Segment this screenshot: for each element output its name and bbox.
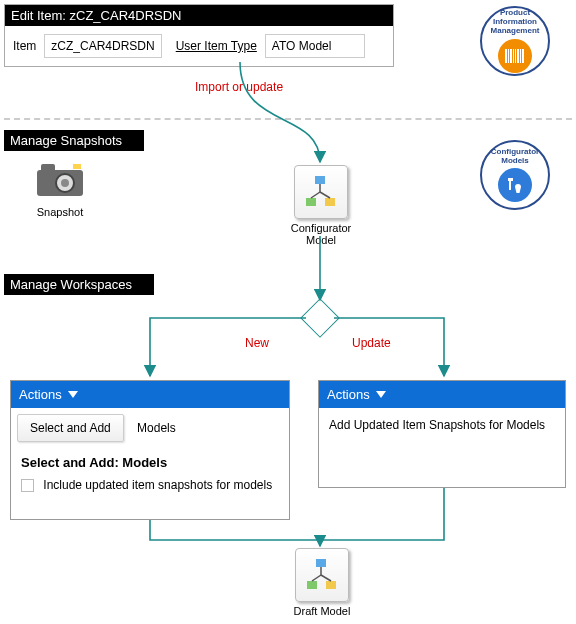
checkbox-label: Include updated item snapshots for model… [43, 478, 272, 492]
svg-rect-15 [325, 198, 335, 206]
pim-circle: Product Information Management [480, 6, 550, 76]
manage-snapshots-heading: Manage Snapshots [4, 130, 144, 151]
update-panel: Actions Add Updated Item Snapshots for M… [318, 380, 566, 488]
item-label: Item [13, 39, 36, 53]
actions-label: Actions [19, 387, 62, 402]
pim-badge: Product Information Management [480, 6, 550, 76]
flow-arrows [0, 0, 576, 624]
snapshot-caption: Snapshot [30, 206, 90, 218]
svg-line-24 [321, 575, 331, 581]
svg-rect-13 [315, 176, 325, 184]
draft-model-tile [295, 548, 349, 602]
svg-line-18 [320, 192, 330, 198]
new-label: New [245, 336, 269, 350]
edit-item-title: Edit Item: zCZ_CAR4DRSDN [5, 5, 393, 26]
edit-item-panel: Edit Item: zCZ_CAR4DRSDN Item zCZ_CAR4DR… [4, 4, 394, 67]
update-panel-body: Add Updated Item Snapshots for Models [319, 408, 565, 442]
camera-icon [33, 160, 87, 200]
update-panel-header[interactable]: Actions [319, 381, 565, 408]
update-label: Update [352, 336, 391, 350]
user-item-type-label: User Item Type [176, 39, 257, 53]
snapshot-icon-box: Snapshot [30, 160, 90, 218]
user-item-type-field[interactable]: ATO Model [265, 34, 365, 58]
svg-rect-5 [517, 49, 519, 63]
dropdown-icon [68, 391, 78, 398]
svg-rect-6 [520, 49, 521, 63]
select-and-add-heading: Select and Add: Models [11, 445, 289, 474]
item-field[interactable]: zCZ_CAR4DRSDN [44, 34, 161, 58]
svg-rect-3 [513, 49, 514, 63]
decision-diamond [306, 304, 334, 332]
models-tab[interactable]: Models [127, 411, 186, 445]
tabs-row: Select and Add Models [11, 408, 289, 445]
import-update-label: Import or update [195, 80, 283, 94]
svg-rect-4 [515, 49, 516, 63]
svg-point-11 [61, 179, 69, 187]
svg-rect-12 [73, 164, 81, 169]
model-icon-2 [304, 557, 340, 593]
svg-line-17 [311, 192, 320, 198]
svg-line-23 [312, 575, 321, 581]
svg-rect-14 [306, 198, 316, 206]
dropdown-icon-2 [376, 391, 386, 398]
model-icon [303, 174, 339, 210]
svg-rect-19 [316, 559, 326, 567]
new-panel-header[interactable]: Actions [11, 381, 289, 408]
cm-circle: Configurator Models [480, 140, 550, 210]
barcode-icon [498, 39, 532, 73]
svg-rect-1 [508, 49, 509, 63]
separator [4, 118, 572, 120]
draft-model-box[interactable]: Draft Model [286, 548, 358, 617]
svg-rect-20 [307, 581, 317, 589]
svg-rect-21 [326, 581, 336, 589]
config-model-box[interactable]: Configurator Model [285, 165, 357, 246]
actions-label-2: Actions [327, 387, 370, 402]
svg-rect-0 [505, 49, 507, 63]
tools-icon [498, 168, 532, 202]
svg-rect-9 [41, 164, 55, 172]
pim-line3: Management [491, 27, 540, 36]
checkbox-row[interactable]: Include updated item snapshots for model… [11, 474, 289, 500]
edit-item-fields: Item zCZ_CAR4DRSDN User Item Type ATO Mo… [5, 26, 393, 66]
cm-line2: Models [501, 157, 529, 166]
select-and-add-tab[interactable]: Select and Add [17, 414, 124, 442]
config-model-tile [294, 165, 348, 219]
new-panel: Actions Select and Add Models Select and… [10, 380, 290, 520]
svg-rect-7 [522, 49, 524, 63]
svg-rect-2 [510, 49, 512, 63]
draft-model-caption: Draft Model [286, 605, 358, 617]
config-model-caption: Configurator Model [285, 222, 357, 246]
cm-badge: Configurator Models [480, 140, 550, 210]
manage-workspaces-heading: Manage Workspaces [4, 274, 154, 295]
include-updated-checkbox[interactable] [21, 479, 34, 492]
